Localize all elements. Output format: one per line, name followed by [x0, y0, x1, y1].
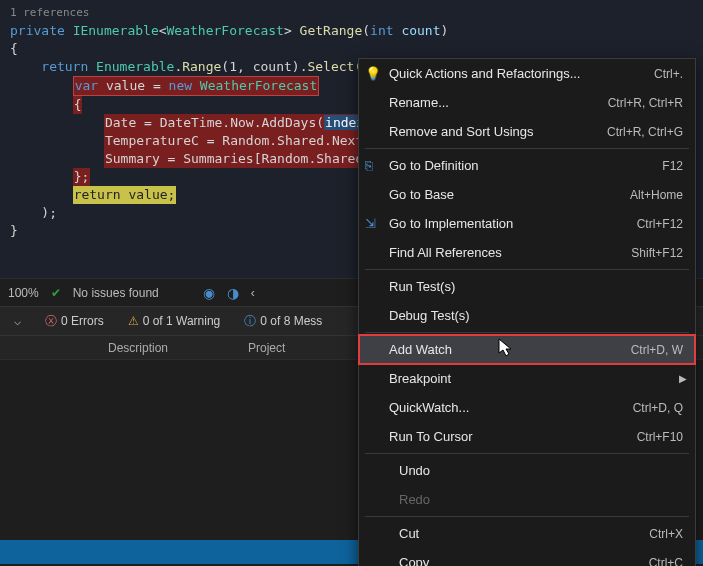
menu-copy[interactable]: CopyCtrl+C	[359, 548, 695, 566]
menu-cut[interactable]: CutCtrl+X	[359, 519, 695, 548]
error-icon: ⓧ	[45, 313, 57, 330]
build-icon[interactable]: ◑	[227, 285, 239, 301]
filter-dropdown[interactable]: ⌵	[6, 312, 27, 330]
codelens-references[interactable]: 1 references	[4, 4, 703, 22]
menu-add-watch[interactable]: Add WatchCtrl+D, W	[359, 335, 695, 364]
info-icon: ⓘ	[244, 313, 256, 330]
code-line: private IEnumerable<WeatherForecast> Get…	[4, 22, 703, 40]
menu-rename[interactable]: Rename...Ctrl+R, Ctrl+R	[359, 88, 695, 117]
chevron-right-icon: ▶	[679, 373, 687, 384]
menu-separator	[365, 516, 689, 517]
menu-run-to-cursor[interactable]: Run To CursorCtrl+F10	[359, 422, 695, 451]
issues-status[interactable]: No issues found	[73, 286, 159, 300]
menu-quickwatch[interactable]: QuickWatch...Ctrl+D, Q	[359, 393, 695, 422]
warning-icon: ⚠	[128, 314, 139, 328]
column-project[interactable]: Project	[248, 341, 285, 355]
menu-find-all-references[interactable]: Find All ReferencesShift+F12	[359, 238, 695, 267]
menu-separator	[365, 269, 689, 270]
zoom-percent[interactable]: 100%	[8, 286, 39, 300]
messages-filter[interactable]: ⓘ0 of 8 Mess	[238, 311, 328, 332]
definition-icon: ⎘	[365, 158, 373, 173]
menu-debug-tests[interactable]: Debug Test(s)	[359, 301, 695, 330]
menu-go-to-definition[interactable]: ⎘Go to DefinitionF12	[359, 151, 695, 180]
menu-separator	[365, 332, 689, 333]
column-description[interactable]: Description	[108, 341, 168, 355]
health-icon[interactable]: ◉	[203, 285, 215, 301]
menu-separator	[365, 148, 689, 149]
menu-run-tests[interactable]: Run Test(s)	[359, 272, 695, 301]
menu-breakpoint[interactable]: Breakpoint▶	[359, 364, 695, 393]
bulb-icon: 💡	[365, 66, 381, 81]
menu-separator	[365, 453, 689, 454]
context-menu: 💡Quick Actions and Refactorings...Ctrl+.…	[358, 58, 696, 566]
check-icon: ✔	[51, 286, 61, 300]
code-line: {	[4, 40, 703, 58]
menu-go-to-implementation[interactable]: ⇲Go to ImplementationCtrl+F12	[359, 209, 695, 238]
menu-quick-actions[interactable]: 💡Quick Actions and Refactorings...Ctrl+.	[359, 59, 695, 88]
menu-remove-sort-usings[interactable]: Remove and Sort UsingsCtrl+R, Ctrl+G	[359, 117, 695, 146]
menu-undo[interactable]: Undo	[359, 456, 695, 485]
errors-filter[interactable]: ⓧ0 Errors	[39, 311, 110, 332]
menu-go-to-base[interactable]: Go to BaseAlt+Home	[359, 180, 695, 209]
chevron-left-icon[interactable]: ‹	[251, 286, 255, 300]
implementation-icon: ⇲	[365, 216, 376, 231]
menu-redo: Redo	[359, 485, 695, 514]
warnings-filter[interactable]: ⚠0 of 1 Warning	[122, 312, 227, 330]
